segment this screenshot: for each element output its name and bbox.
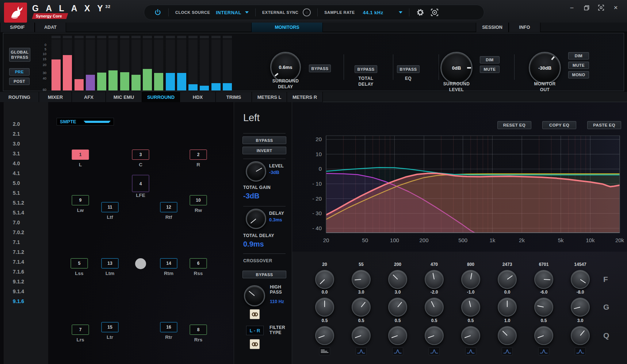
- layout-list-item[interactable]: 5.0: [13, 180, 20, 186]
- layout-list-item[interactable]: 5.1.2: [13, 200, 24, 206]
- band-filter-shape-icon[interactable]: [392, 347, 403, 355]
- minimize-button[interactable]: –: [569, 4, 575, 11]
- surround-level-mute-button[interactable]: MUTE: [480, 66, 500, 73]
- clock-source-value[interactable]: INTERNAL: [216, 10, 241, 15]
- surround-level-knob[interactable]: 0dB: [440, 52, 473, 84]
- layout-list-item[interactable]: 3.1: [13, 151, 20, 156]
- external-sync-indicator[interactable]: [303, 8, 311, 16]
- band-frequency-knob[interactable]: [352, 270, 371, 289]
- layout-list-item[interactable]: 2.0: [13, 121, 20, 127]
- band-frequency-knob[interactable]: [461, 270, 480, 289]
- top-tab[interactable]: INFO: [509, 23, 540, 32]
- band-filter-shape-icon[interactable]: [465, 347, 476, 355]
- band-gain-knob[interactable]: [571, 298, 590, 317]
- monitor-out-dim-button[interactable]: DIM: [568, 52, 589, 59]
- top-tab[interactable]: MONITORS: [251, 23, 323, 32]
- speaker-box[interactable]: 10: [190, 195, 207, 205]
- band-frequency-knob[interactable]: [571, 270, 590, 289]
- restore-button[interactable]: [583, 4, 590, 11]
- sub-tab[interactable]: MIC EMU: [106, 92, 142, 102]
- highpass-knob[interactable]: [244, 285, 265, 306]
- talkback-monitor-icon[interactable]: [430, 8, 439, 17]
- chevron-down-icon[interactable]: [399, 11, 402, 13]
- band-q-knob[interactable]: [352, 326, 371, 345]
- post-button[interactable]: POST: [9, 78, 30, 85]
- channel-level-knob[interactable]: [246, 161, 266, 182]
- band-gain-knob[interactable]: [352, 298, 371, 317]
- sub-tab[interactable]: AFX: [72, 92, 106, 102]
- layout-list-item[interactable]: 3.0: [13, 141, 20, 147]
- band-frequency-knob[interactable]: [388, 270, 407, 289]
- speaker-box[interactable]: 8: [190, 325, 207, 335]
- channel-delay-knob[interactable]: [246, 209, 266, 229]
- top-tab[interactable]: ADAT: [35, 23, 66, 32]
- band-filter-shape-icon[interactable]: [319, 347, 330, 355]
- band-q-knob[interactable]: [315, 326, 334, 345]
- sub-tab[interactable]: ROUTING: [0, 92, 39, 102]
- speaker-box[interactable]: 14: [160, 258, 177, 268]
- surround-delay-bypass-button[interactable]: BYPASS: [309, 65, 331, 72]
- speaker-box[interactable]: 15: [102, 322, 119, 332]
- pre-button[interactable]: PRE: [9, 68, 30, 75]
- sub-tab[interactable]: METERS L: [252, 92, 287, 102]
- band-frequency-knob[interactable]: [498, 270, 517, 289]
- layout-list-item[interactable]: 7.1.2: [13, 249, 24, 255]
- speaker-box[interactable]: 13: [102, 258, 119, 268]
- band-frequency-knob[interactable]: [534, 270, 553, 289]
- layout-list-item[interactable]: 7.1: [13, 239, 20, 245]
- sub-tab[interactable]: METERS R: [287, 92, 323, 102]
- band-q-knob[interactable]: [461, 326, 480, 345]
- band-gain-knob[interactable]: [425, 298, 444, 317]
- close-button[interactable]: ×: [612, 4, 619, 11]
- channel-bypass-button[interactable]: BYPASS: [242, 136, 286, 144]
- layout-list-item[interactable]: 7.1.6: [13, 269, 24, 275]
- layout-list-item[interactable]: 9.1.6: [13, 298, 24, 304]
- layout-list-item[interactable]: 7.0.2: [13, 229, 24, 235]
- speaker-box[interactable]: 7: [72, 325, 89, 335]
- listener-position-dot[interactable]: [135, 258, 146, 269]
- total-delay-bypass-button[interactable]: BYPASS: [355, 65, 377, 73]
- sub-tab[interactable]: MIXER: [39, 92, 72, 102]
- sub-tab[interactable]: HDX: [180, 92, 216, 102]
- monitor-out-knob[interactable]: -30dB: [529, 52, 561, 84]
- band-filter-shape-icon[interactable]: [538, 347, 549, 355]
- band-q-knob[interactable]: [425, 326, 444, 345]
- band-q-knob[interactable]: [571, 326, 590, 345]
- sub-tab[interactable]: TRIMS: [216, 92, 252, 102]
- layout-list-item[interactable]: 7.1.4: [13, 259, 24, 265]
- band-filter-shape-icon[interactable]: [356, 347, 367, 355]
- speaker-box[interactable]: 5: [71, 258, 88, 268]
- layout-list-item[interactable]: 4.1: [13, 170, 20, 176]
- top-tab[interactable]: S/PDIF: [0, 23, 35, 32]
- band-filter-shape-icon[interactable]: [575, 347, 586, 355]
- layout-list-item[interactable]: 2.1: [13, 131, 20, 137]
- band-gain-knob[interactable]: [388, 298, 407, 317]
- layout-list-item[interactable]: 9.1.2: [13, 279, 24, 284]
- speaker-box[interactable]: 2: [190, 150, 207, 160]
- global-bypass-button[interactable]: GLOBAL BYPASS: [9, 48, 30, 62]
- crossover-link-button[interactable]: [250, 309, 260, 319]
- band-q-knob[interactable]: [498, 326, 517, 345]
- speaker-box[interactable]: 12: [160, 202, 177, 212]
- layout-list-item[interactable]: 7.0: [13, 220, 20, 225]
- channel-invert-button[interactable]: INVERT: [242, 147, 286, 154]
- speaker-box[interactable]: 16: [160, 322, 177, 332]
- speaker-box[interactable]: 11: [102, 202, 119, 212]
- band-frequency-knob[interactable]: [425, 270, 444, 289]
- band-q-knob[interactable]: [534, 326, 553, 345]
- band-filter-shape-icon[interactable]: [429, 347, 440, 355]
- surround-level-dim-button[interactable]: DIM: [480, 56, 500, 63]
- band-gain-knob[interactable]: [498, 298, 517, 317]
- speaker-box[interactable]: 4: [132, 175, 149, 192]
- band-gain-knob[interactable]: [461, 298, 480, 317]
- sub-tab[interactable]: SURROUND: [142, 92, 180, 102]
- band-gain-knob[interactable]: [315, 298, 334, 317]
- band-q-knob[interactable]: [388, 326, 407, 345]
- gear-icon[interactable]: [416, 8, 425, 17]
- layout-list-item[interactable]: 5.1.4: [13, 210, 24, 216]
- eq-response-chart[interactable]: 20501002005001k2k5k10k20k20100- 10- 20- …: [292, 106, 627, 248]
- speaker-box[interactable]: 6: [190, 258, 207, 268]
- sample-rate-value[interactable]: 44.1 kHz: [363, 10, 383, 15]
- band-frequency-knob[interactable]: [315, 270, 334, 289]
- fullscreen-button[interactable]: [598, 4, 604, 11]
